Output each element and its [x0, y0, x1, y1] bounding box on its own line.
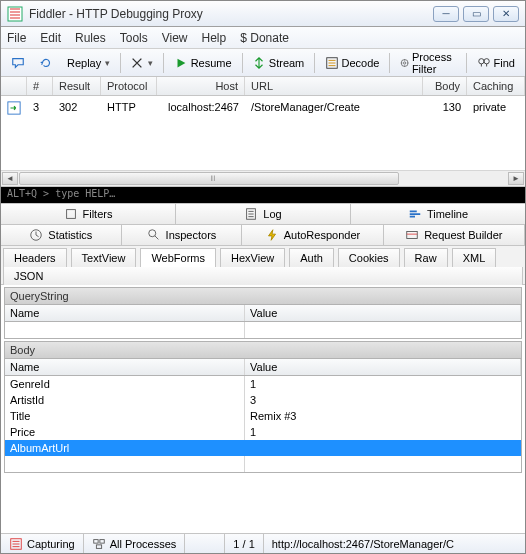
cell-protocol: HTTP	[101, 98, 157, 118]
window-title: Fiddler - HTTP Debugging Proxy	[29, 7, 433, 21]
tab-statistics[interactable]: Statistics	[1, 225, 122, 245]
subtab-textview[interactable]: TextView	[71, 248, 137, 268]
body-row[interactable]: TitleRemix #3	[5, 408, 521, 424]
status-processes[interactable]: All Processes	[84, 534, 186, 553]
cell-url: /StoreManager/Create	[245, 98, 423, 118]
body-header: Name Value	[4, 359, 522, 376]
timeline-icon	[408, 207, 422, 221]
body-row[interactable]: GenreId1	[5, 376, 521, 392]
replay-label: Replay	[67, 57, 101, 69]
tab-request-builder[interactable]: Request Builder	[384, 225, 525, 245]
menu-tools[interactable]: Tools	[120, 31, 148, 45]
status-url: http://localhost:2467/StoreManager/C	[264, 534, 525, 553]
minimize-button[interactable]: ─	[433, 6, 459, 22]
reissue-button[interactable]	[33, 53, 59, 73]
querystring-body	[4, 322, 522, 339]
close-button[interactable]: ✕	[493, 6, 519, 22]
tab-filters[interactable]: Filters	[1, 204, 176, 224]
subtab-auth[interactable]: Auth	[289, 248, 334, 268]
grid-row[interactable]: 3 302 HTTP localhost:2467 /StoreManager/…	[1, 96, 525, 118]
find-button[interactable]: Find	[471, 53, 521, 73]
stream-label: Stream	[269, 57, 304, 69]
menu-rules[interactable]: Rules	[75, 31, 106, 45]
col-result[interactable]: Result	[53, 77, 101, 95]
process-filter-button[interactable]: Process Filter	[394, 48, 463, 78]
scroll-left-arrow[interactable]: ◄	[2, 172, 18, 185]
window-buttons: ─ ▭ ✕	[433, 6, 519, 22]
body-empty-row[interactable]	[5, 456, 521, 472]
decode-label: Decode	[342, 57, 380, 69]
subtab-json[interactable]: JSON	[3, 267, 523, 285]
scroll-thumb[interactable]: ⫼	[19, 172, 399, 185]
body-title: Body	[4, 341, 522, 359]
maximize-button[interactable]: ▭	[463, 6, 489, 22]
menu-file[interactable]: File	[7, 31, 26, 45]
col-protocol[interactable]: Protocol	[101, 77, 157, 95]
webforms-panel: QueryString Name Value Body Name Value G…	[1, 285, 525, 533]
capturing-icon	[9, 537, 23, 551]
menubar: File Edit Rules Tools View Help $ Donate	[1, 27, 525, 49]
cell-result: 302	[53, 98, 101, 118]
titlebar: Fiddler - HTTP Debugging Proxy ─ ▭ ✕	[1, 1, 525, 27]
subtab-headers[interactable]: Headers	[3, 248, 67, 268]
subtab-cookies[interactable]: Cookies	[338, 248, 400, 268]
resume-label: Resume	[191, 57, 232, 69]
qs-value-header: Value	[245, 305, 521, 321]
col-caching[interactable]: Caching	[467, 77, 525, 95]
cell-caching: private	[467, 98, 525, 118]
svg-rect-14	[100, 539, 104, 543]
comment-button[interactable]	[5, 53, 31, 73]
quickexec-bar[interactable]: ALT+Q > type HELP…	[1, 187, 525, 203]
app-icon	[7, 6, 23, 22]
col-body[interactable]: Body	[423, 77, 467, 95]
col-url[interactable]: URL	[245, 77, 423, 95]
upper-tabs: Filters Log Timeline	[1, 203, 525, 225]
body-row[interactable]: ArtistId3	[5, 392, 521, 408]
subtab-webforms[interactable]: WebForms	[140, 248, 216, 268]
menu-donate[interactable]: $ Donate	[240, 31, 289, 45]
find-label: Find	[494, 57, 515, 69]
col-host[interactable]: Host	[157, 77, 245, 95]
processes-icon	[92, 537, 106, 551]
log-icon	[244, 207, 258, 221]
qs-empty-row[interactable]	[5, 322, 521, 338]
svg-rect-15	[96, 544, 101, 548]
main-tabs: Statistics Inspectors AutoResponder Requ…	[1, 225, 525, 246]
subtab-hexview[interactable]: HexView	[220, 248, 285, 268]
builder-icon	[405, 228, 419, 242]
menu-help[interactable]: Help	[202, 31, 227, 45]
svg-rect-11	[407, 232, 418, 239]
subtab-xml[interactable]: XML	[452, 248, 497, 268]
tab-inspectors[interactable]: Inspectors	[122, 225, 243, 245]
tab-autoresponder[interactable]: AutoResponder	[242, 225, 383, 245]
tab-timeline[interactable]: Timeline	[351, 204, 525, 224]
scroll-right-arrow[interactable]: ►	[508, 172, 524, 185]
cell-host: localhost:2467	[157, 98, 245, 118]
svg-point-5	[484, 58, 489, 63]
qs-name-header: Name	[5, 305, 245, 321]
resume-button[interactable]: Resume	[168, 53, 238, 73]
body-row-selected[interactable]: AlbumArtUrl	[5, 440, 521, 456]
remove-button[interactable]: ▾	[124, 53, 159, 73]
subtab-raw[interactable]: Raw	[404, 248, 448, 268]
horizontal-scrollbar[interactable]: ◄ ⫼ ►	[1, 170, 525, 186]
menu-edit[interactable]: Edit	[40, 31, 61, 45]
toolbar: Replay▾ ▾ Resume Stream Decode Process F…	[1, 49, 525, 77]
decode-button[interactable]: Decode	[319, 53, 386, 73]
status-count: 1 / 1	[225, 534, 263, 553]
col-num[interactable]: #	[27, 77, 53, 95]
body-row[interactable]: Price1	[5, 424, 521, 440]
stream-button[interactable]: Stream	[246, 53, 310, 73]
quickexec-hint: ALT+Q > type HELP…	[7, 188, 115, 199]
replay-button[interactable]: Replay▾	[61, 54, 116, 72]
tab-log[interactable]: Log	[176, 204, 351, 224]
redirect-icon	[7, 101, 21, 115]
inspector-sub-tabs: Headers TextView WebForms HexView Auth C…	[1, 246, 525, 285]
bolt-icon	[265, 228, 279, 242]
menu-view[interactable]: View	[162, 31, 188, 45]
status-capturing[interactable]: Capturing	[1, 534, 84, 553]
body-rows: GenreId1 ArtistId3 TitleRemix #3 Price1 …	[4, 376, 522, 473]
querystring-header: Name Value	[4, 305, 522, 322]
cell-body: 130	[423, 98, 467, 118]
statusbar: Capturing All Processes 1 / 1 http://loc…	[1, 533, 525, 553]
